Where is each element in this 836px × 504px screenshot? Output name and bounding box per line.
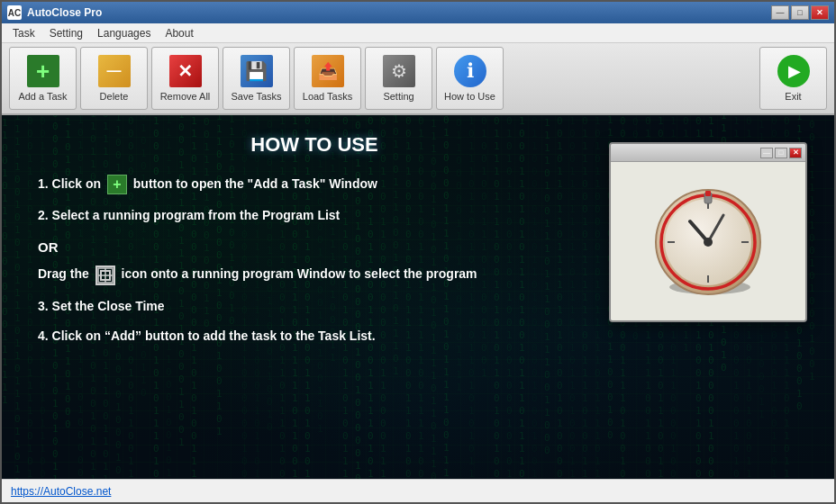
setting-label: Setting xyxy=(383,91,413,102)
add-task-button[interactable]: Add a Task xyxy=(9,47,77,110)
exit-label: Exit xyxy=(785,91,801,102)
exit-icon xyxy=(777,55,810,87)
content-area: HOW TO USE 1. Click on + button to open … xyxy=(2,115,834,367)
setting-icon xyxy=(383,55,415,87)
website-link[interactable]: https://AutoClose.net xyxy=(11,485,111,498)
delete-label: Delete xyxy=(100,91,129,102)
step-drag: Drag the icon onto a running program Win… xyxy=(38,266,591,285)
menu-bar: Task Setting Languages About xyxy=(2,23,834,43)
save-tasks-button[interactable]: Save Tasks xyxy=(223,47,290,110)
svg-rect-15 xyxy=(705,191,711,196)
step-4: 4. Click on “Add” button to add the task… xyxy=(38,328,591,346)
menu-task[interactable]: Task xyxy=(5,25,42,41)
drag-icon xyxy=(95,266,115,285)
window-controls: — □ ✕ xyxy=(771,5,829,20)
remove-all-label: Remove All xyxy=(160,91,211,102)
status-bar: https://AutoClose.net xyxy=(2,479,834,502)
menu-languages[interactable]: Languages xyxy=(90,25,158,41)
setting-button[interactable]: Setting xyxy=(365,47,432,110)
load-tasks-icon xyxy=(312,55,344,87)
add-task-icon xyxy=(27,55,59,87)
remove-all-button[interactable]: Remove All xyxy=(151,47,219,110)
add-task-label: Add a Task xyxy=(18,91,67,102)
step-3: 3. Set the Close Time xyxy=(38,298,591,316)
how-to-use-button[interactable]: How to Use xyxy=(436,47,504,110)
main-content: 1 1 0 1 1 1 1 1 0 1 1 0 0 1 0 1 1 1 0 1 … xyxy=(2,115,834,479)
remove-all-icon xyxy=(169,55,202,87)
screenshot-body xyxy=(611,162,805,322)
title-bar: AC AutoClose Pro — □ ✕ xyxy=(2,2,834,23)
clock-graphic xyxy=(650,184,767,301)
toolbar: Add a Task Delete Remove All Save Tasks … xyxy=(2,43,834,115)
load-tasks-button[interactable]: Load Tasks xyxy=(294,47,361,110)
step-2: 2. Select a running program from the Pro… xyxy=(38,207,591,225)
scr-minimize-btn: — xyxy=(760,148,773,158)
save-tasks-icon xyxy=(241,55,273,87)
step-1: 1. Click on + button to open the "Add a … xyxy=(38,175,591,194)
svg-rect-0 xyxy=(98,268,113,283)
instructions: HOW TO USE 1. Click on + button to open … xyxy=(38,133,591,358)
delete-icon xyxy=(98,55,131,87)
save-tasks-label: Save Tasks xyxy=(231,91,281,102)
exit-button[interactable]: Exit xyxy=(759,47,827,110)
how-to-use-icon xyxy=(454,55,486,87)
how-to-use-label: How to Use xyxy=(444,91,495,102)
minimize-button[interactable]: — xyxy=(771,5,789,20)
app-icon: AC xyxy=(7,5,22,20)
screenshot-window: — □ ✕ xyxy=(609,142,807,322)
or-divider: OR xyxy=(38,238,591,256)
menu-setting[interactable]: Setting xyxy=(42,25,90,41)
load-tasks-label: Load Tasks xyxy=(303,91,352,102)
window-title: AutoClose Pro xyxy=(27,6,771,19)
screenshot-titlebar: — □ ✕ xyxy=(611,144,805,162)
svg-point-13 xyxy=(704,238,713,247)
menu-about[interactable]: About xyxy=(158,25,200,41)
inline-add-icon: + xyxy=(107,175,127,194)
close-window-button[interactable]: ✕ xyxy=(811,5,829,20)
scr-maximize-btn: □ xyxy=(775,148,787,158)
howto-title: HOW TO USE xyxy=(38,133,591,157)
scr-close-btn: ✕ xyxy=(789,148,802,158)
maximize-button[interactable]: □ xyxy=(791,5,809,20)
delete-button[interactable]: Delete xyxy=(80,47,148,110)
main-window: AC AutoClose Pro — □ ✕ Task Setting Lang… xyxy=(0,0,836,504)
